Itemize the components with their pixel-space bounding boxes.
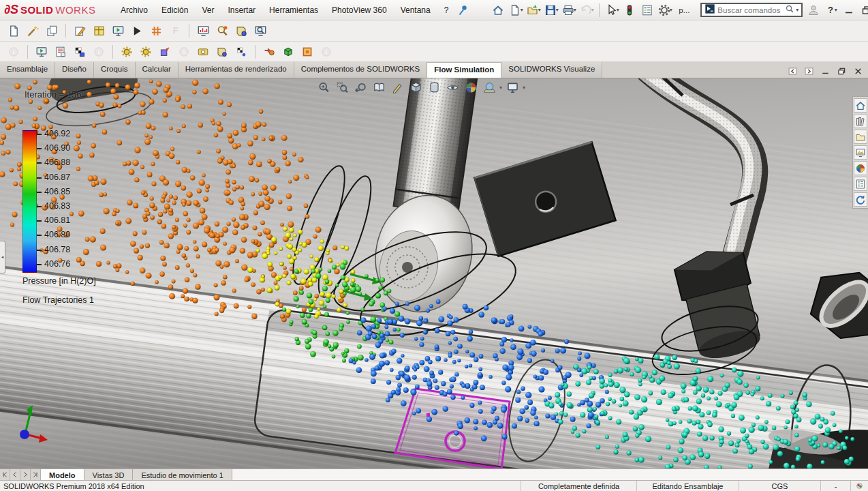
print-icon[interactable]: ▾	[561, 2, 577, 18]
solidworks-resources-icon[interactable]	[854, 98, 867, 113]
next-document-button[interactable]	[801, 64, 816, 78]
menu-archivo[interactable]: Archivo	[114, 3, 154, 18]
save-caret-icon[interactable]: ▾	[556, 7, 559, 13]
minimize-window-icon[interactable]	[841, 2, 857, 18]
preview-monitor-icon[interactable]	[33, 44, 50, 60]
options-gear-caret-icon[interactable]: ▾	[670, 7, 672, 13]
hide-show-items-icon[interactable]	[445, 80, 461, 95]
next-tab-button[interactable]	[20, 469, 31, 480]
surface-plot-icon[interactable]	[299, 44, 315, 60]
run-solver-icon[interactable]	[129, 23, 145, 39]
section-view-icon[interactable]	[371, 80, 387, 95]
tab-herramientas-de-renderizado[interactable]: Herramientas de renderizado	[179, 62, 294, 78]
run-preview-monitor-icon[interactable]	[110, 23, 126, 39]
open-document-icon[interactable]: ▾	[525, 2, 542, 18]
menu-ventana[interactable]: Ventana	[394, 3, 437, 18]
clone-project-icon[interactable]	[44, 23, 60, 39]
probe-cube-pin-icon[interactable]	[157, 44, 173, 60]
model-tab-estudio-de-movimiento-1[interactable]: Estudio de movimiento 1	[133, 469, 232, 480]
undo-caret-icon[interactable]: ▾	[591, 7, 594, 13]
apply-scene-caret-icon[interactable]: ▾	[499, 85, 502, 91]
view-palette-icon[interactable]	[854, 145, 867, 160]
model-tab-modelo[interactable]: Modelo	[41, 469, 84, 480]
display-style-icon[interactable]	[427, 80, 442, 95]
model-tab-vistas-3d[interactable]: Vistas 3D	[84, 469, 134, 480]
select-cursor-icon[interactable]: ▾	[604, 2, 620, 18]
tab-complementos-de-solidworks[interactable]: Complementos de SOLIDWORKS	[294, 62, 427, 78]
overflow-label[interactable]: p...	[679, 6, 689, 14]
tab-ensamblaje[interactable]: Ensamblaje	[0, 62, 55, 78]
results-document-icon[interactable]	[52, 44, 69, 60]
view-orientation-icon[interactable]	[408, 80, 424, 95]
close-document-button[interactable]	[850, 64, 865, 78]
tab-dise-o[interactable]: Diseño	[55, 62, 94, 78]
options-gear-icon[interactable]: ▾	[657, 2, 673, 18]
previous-view-icon[interactable]	[353, 80, 369, 95]
featuremanager-flyout-tab[interactable]: ◂	[0, 241, 5, 273]
restore-window-icon[interactable]	[858, 2, 868, 18]
open-document-caret-icon[interactable]: ▾	[538, 7, 541, 13]
appearances-scenes-icon[interactable]	[854, 161, 867, 175]
monitor-results-icon[interactable]	[195, 23, 211, 39]
search-magnifier-icon[interactable]	[785, 4, 794, 16]
user-account-icon[interactable]	[805, 2, 822, 18]
menu--[interactable]: ?	[438, 3, 455, 18]
wizard-wand-icon[interactable]	[25, 23, 41, 39]
graphics-area[interactable]	[0, 78, 868, 468]
pin-icon[interactable]	[457, 2, 469, 18]
search-caret-icon[interactable]: ▾	[796, 7, 799, 13]
search-input[interactable]	[717, 6, 783, 14]
previous-document-button[interactable]	[785, 64, 800, 78]
sketch-tools-icon[interactable]	[390, 80, 405, 95]
edit-appearance-icon[interactable]	[463, 80, 479, 95]
report-book-icon[interactable]	[214, 44, 230, 60]
new-document-icon[interactable]: ▾	[508, 2, 524, 18]
last-tab-button[interactable]	[31, 469, 41, 480]
restore-document-button[interactable]	[834, 64, 849, 78]
tab-calcular[interactable]: Calcular	[136, 62, 179, 78]
tab-solidworks-visualize[interactable]: SOLIDWORKS Visualize	[501, 62, 602, 78]
new-document-caret-icon[interactable]: ▾	[521, 7, 523, 13]
flow-trajectories-icon[interactable]	[261, 44, 277, 60]
file-explorer-icon[interactable]	[854, 130, 867, 144]
menu-edici-n[interactable]: Edición	[155, 3, 194, 18]
display-pane-icon[interactable]	[639, 2, 655, 18]
component-control-icon[interactable]	[91, 23, 107, 39]
menu-photoview-360[interactable]: PhotoView 360	[326, 3, 393, 18]
mesh-gear-b-icon[interactable]	[138, 44, 154, 60]
results-viewer-icon[interactable]	[252, 23, 268, 39]
results-summary-icon[interactable]	[233, 23, 249, 39]
goals-grid-icon[interactable]	[148, 23, 164, 39]
tab-flow-simulation[interactable]: Flow Simulation	[427, 62, 501, 78]
goal-flag-dots-icon[interactable]	[233, 44, 249, 60]
view-settings-caret-icon[interactable]: ▾	[523, 85, 525, 91]
help-icon[interactable]: ?▾	[823, 2, 839, 18]
print-caret-icon[interactable]: ▾	[574, 7, 576, 13]
tab-croquis[interactable]: Croquis	[94, 62, 136, 78]
menu-ver[interactable]: Ver	[196, 3, 220, 18]
view-settings-icon[interactable]	[505, 80, 521, 95]
menu-insertar[interactable]: Insertar	[221, 3, 262, 18]
menu-herramientas[interactable]: Herramientas	[263, 3, 324, 18]
first-tab-button[interactable]	[0, 469, 10, 480]
status-ball-icon[interactable]	[850, 481, 868, 491]
apply-scene-icon[interactable]	[482, 80, 497, 95]
goal-flag-cube-icon[interactable]	[72, 44, 88, 60]
home-icon[interactable]	[490, 2, 506, 18]
custom-properties-icon[interactable]	[854, 177, 867, 191]
new-document-icon[interactable]	[5, 23, 22, 39]
zoom-to-area-icon[interactable]	[335, 80, 350, 95]
status-extra[interactable]: -	[820, 481, 850, 491]
capture-image-icon[interactable]	[195, 44, 211, 60]
previous-tab-button[interactable]	[10, 469, 20, 480]
help-caret-icon[interactable]: ▾	[835, 7, 837, 13]
general-settings-icon[interactable]	[72, 23, 88, 39]
mesh-gear-a-icon[interactable]	[119, 44, 135, 60]
traffic-light-icon[interactable]	[621, 2, 638, 18]
solidworks-forum-icon[interactable]	[854, 192, 867, 207]
save-icon[interactable]: ▾	[543, 2, 559, 18]
zoom-to-fit-icon[interactable]	[316, 80, 332, 95]
select-cursor-caret-icon[interactable]: ▾	[617, 7, 619, 13]
cut-plot-cube-icon[interactable]	[280, 44, 296, 60]
load-results-icon[interactable]	[214, 23, 230, 39]
